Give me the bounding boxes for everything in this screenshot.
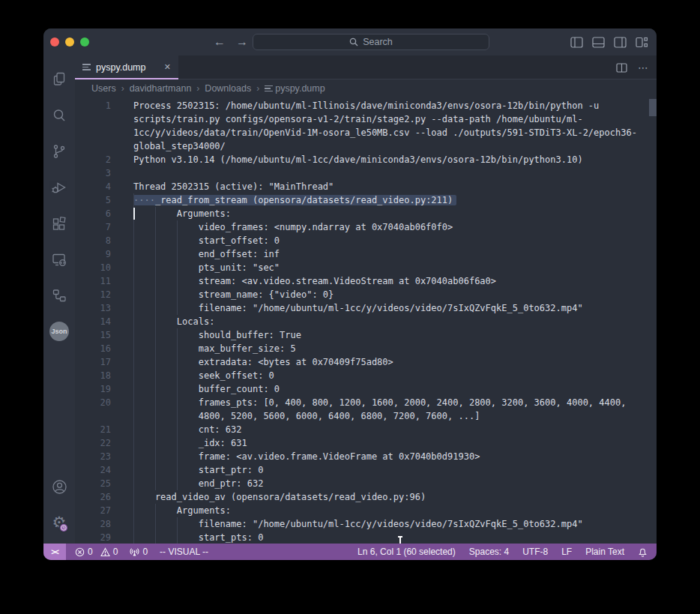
search-sidebar-icon[interactable] [43,97,75,133]
code-line[interactable]: 17extradata: <bytes at 0x70409f75ad80> [75,355,657,369]
line-content[interactable]: stream: <av.video.stream.VideoStream at … [133,274,654,288]
line-content[interactable]: cnt: 632 [133,423,654,436]
line-number[interactable]: 14 [75,315,111,328]
indentation-status[interactable]: Spaces: 4 [469,547,509,557]
code-line[interactable]: 6Arguments: [75,207,657,220]
line-number[interactable]: 6 [75,207,111,220]
line-number[interactable]: 11 [75,274,111,288]
line-content[interactable]: Arguments: [133,207,654,220]
line-number[interactable]: 17 [75,355,111,369]
breadcrumb-item[interactable]: Users [91,83,116,94]
line-number[interactable]: 16 [75,342,111,355]
tab-close-icon[interactable]: ✕ [164,62,171,72]
code-line[interactable]: 10pts_unit: "sec" [75,261,657,274]
customize-layout-icon[interactable] [636,37,648,48]
eol-status[interactable]: LF [561,547,572,557]
breadcrumb-item[interactable]: davidhartmann [130,83,192,94]
line-number[interactable]: 8 [75,234,111,247]
code-line[interactable]: 2Python v3.10.14 (/home/ubuntu/ml-1cc/da… [75,153,657,166]
toggle-secondary-sidebar-icon[interactable] [614,37,627,48]
toggle-primary-sidebar-icon[interactable] [570,37,583,48]
notifications-bell-icon[interactable] [638,547,648,557]
explorer-icon[interactable] [43,61,75,97]
line-content[interactable]: read_video_av (opensora/datasets/read_vi… [133,490,654,504]
line-content[interactable]: Arguments: [133,504,654,517]
code-editor[interactable]: 1Process 2502315: /home/ubuntu/ml-Illino… [75,97,657,544]
line-number[interactable]: 20 [75,396,111,423]
line-number[interactable]: 7 [75,220,111,234]
line-content[interactable]: pts_unit: "sec" [133,261,654,274]
run-debug-icon[interactable] [43,169,75,205]
breadcrumb-file[interactable]: pyspy.dump [265,83,325,94]
code-line[interactable]: 27Arguments: [75,504,657,517]
line-content[interactable]: seek_offset: 0 [133,369,654,382]
line-content[interactable]: filename: "/home/ubuntu/ml-1cc/y/videos/… [133,517,654,531]
line-content[interactable]: ····_read_from_stream (opensora/datasets… [133,193,654,207]
language-mode-status[interactable]: Plain Text [585,547,624,557]
line-content[interactable]: should_buffer: True [133,328,654,342]
close-window-button[interactable] [50,37,59,46]
command-center-search[interactable]: Search [253,34,489,50]
breadcrumb-item[interactable]: Downloads [205,83,251,94]
line-content[interactable]: max_buffer_size: 5 [133,342,654,355]
source-control-icon[interactable] [43,133,75,169]
accounts-icon[interactable] [43,469,75,505]
code-line[interactable]: 28filename: "/home/ubuntu/ml-1cc/y/video… [75,517,657,531]
line-content[interactable]: start_ptr: 0 [133,463,654,477]
code-line[interactable]: 12stream_name: {"video": 0} [75,288,657,301]
tab-pyspy-dump[interactable]: pyspy.dump ✕ [75,55,178,79]
code-line[interactable]: 19buffer_count: 0 [75,382,657,396]
line-content[interactable]: video_frames: <numpy.ndarray at 0x7040ab… [133,220,654,234]
code-line[interactable]: 3 [75,166,657,180]
line-number[interactable]: 1 [75,99,111,153]
cursor-position-status[interactable]: Ln 6, Col 1 (60 selected) [357,547,456,557]
line-content[interactable]: Python v3.10.14 (/home/ubuntu/ml-1cc/dav… [133,153,654,166]
line-number[interactable]: 22 [75,436,111,450]
back-arrow-icon[interactable]: ← [214,36,226,48]
line-number[interactable]: 12 [75,288,111,301]
line-content[interactable]: Locals: [133,315,654,328]
line-number[interactable]: 21 [75,423,111,436]
line-number[interactable]: 9 [75,247,111,261]
code-line[interactable]: 24start_ptr: 0 [75,463,657,477]
line-content[interactable]: filename: "/home/ubuntu/ml-1cc/y/videos/… [133,301,654,315]
code-line[interactable]: 5····_read_from_stream (opensora/dataset… [75,193,657,207]
line-content[interactable]: end_ptr: 632 [133,477,654,490]
line-content[interactable]: frame: <av.video.frame.VideoFrame at 0x7… [133,450,654,463]
line-number[interactable]: 27 [75,504,111,517]
toggle-panel-icon[interactable] [592,37,605,48]
code-line[interactable]: 18seek_offset: 0 [75,369,657,382]
code-line[interactable]: 7video_frames: <numpy.ndarray at 0x7040a… [75,220,657,234]
line-number[interactable]: 15 [75,328,111,342]
code-line[interactable]: 14Locals: [75,315,657,328]
line-content[interactable]: stream_name: {"video": 0} [133,288,654,301]
line-number[interactable]: 13 [75,301,111,315]
line-content[interactable]: _idx: 631 [133,436,654,450]
code-line[interactable]: 11stream: <av.video.stream.VideoStream a… [75,274,657,288]
line-content[interactable] [133,166,654,180]
code-line[interactable]: 26read_video_av (opensora/datasets/read_… [75,490,657,504]
line-number[interactable]: 5 [75,193,111,207]
line-content[interactable]: extradata: <bytes at 0x70409f75ad80> [133,355,654,369]
code-line[interactable]: 21cnt: 632 [75,423,657,436]
code-line[interactable]: 8start_offset: 0 [75,234,657,247]
line-number[interactable]: 28 [75,517,111,531]
line-number[interactable]: 29 [75,531,111,544]
code-line[interactable]: 4Thread 2502315 (active): "MainThread" [75,180,657,193]
line-content[interactable]: end_offset: inf [133,247,654,261]
line-number[interactable]: 19 [75,382,111,396]
more-actions-icon[interactable]: ⋯ [638,61,649,73]
line-content[interactable]: Thread 2502315 (active): "MainThread" [133,180,654,193]
line-number[interactable]: 3 [75,166,111,180]
encoding-status[interactable]: UTF-8 [522,547,548,557]
extensions-icon[interactable] [43,205,75,241]
remote-indicator[interactable]: >< [43,544,66,560]
linked-nodes-icon[interactable] [43,277,75,313]
code-line[interactable]: 25end_ptr: 632 [75,477,657,490]
code-line[interactable]: 13filename: "/home/ubuntu/ml-1cc/y/video… [75,301,657,315]
remote-explorer-icon[interactable] [43,241,75,277]
code-line[interactable]: 22_idx: 631 [75,436,657,450]
minimize-window-button[interactable] [65,37,74,46]
line-number[interactable]: 10 [75,261,111,274]
code-line[interactable]: 9end_offset: inf [75,247,657,261]
